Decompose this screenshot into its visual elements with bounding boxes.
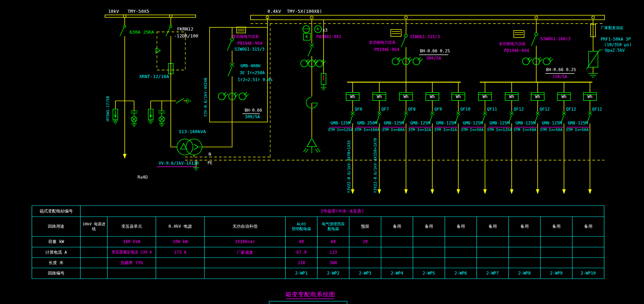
feeder-breaker-model: GM8-125M [514,121,537,125]
feeder-breaker-rating: 3TM In=80A [381,128,405,132]
incoming-meter-model: PD194E-9S4 [237,41,262,46]
lv-bus-model: TMY-5X(100X8) [287,9,322,14]
ground-resistance: R≤4Ω [138,175,148,180]
table-cell: 113 [318,247,349,258]
incoming-switch-model: SIWOG1-315/3 [235,47,265,52]
hv-arrester-model: HY5WS-17/50 [106,96,110,121]
sub2-switch-model: SIWOG1-160/3 [540,37,571,41]
table-cell: 67.9 [286,247,317,258]
hv-load-switch-model: FKRN12 [177,27,193,32]
drawing-title: 箱变变配电系统图 [285,290,335,298]
feeder-breaker-id: QF10 [460,107,470,112]
feeder-breaker-rating: 3TM In=125A [487,128,511,132]
table-cell: 负载率 73% [108,258,155,268]
hv-fuse-model: XRNT-12/16A [139,74,169,79]
table-cell: 备用 [414,217,444,236]
feeder-breaker-model: GM8-250M [356,121,379,125]
wh-meter-label: Wh [373,95,386,99]
spd-supplier-note: 厂家配套供应 [601,26,624,30]
pe-label: PE [208,161,212,165]
table-cell: 2-WP2 [318,268,349,279]
feeder-breaker-model: GM8-125M [540,121,563,125]
sub1-meter-name: 多功能电力仪表 [369,41,396,45]
feeder-breaker-model: GM8-125M [435,121,458,125]
table-cell: 2-WP10 [573,268,603,279]
table-cell: 回路编号 [33,268,80,279]
feeder-breaker-model: GM8-125M [488,121,511,125]
wh-meter-label: Wh [583,95,597,99]
table-cell: 备用 [382,217,412,236]
table-cell: 2X10kvar [205,236,285,247]
feeder-breaker-rating: 3TM In=50A [539,128,563,132]
feeder-breaker-model: GM8-125M [382,121,405,125]
incoming-breaker-trip1: 3E Ir=250A [240,71,265,75]
feeder-breaker-model: GM8-125M [566,121,589,125]
feeder-breaker-id: QF12 [514,107,524,112]
table-cell: 变压器额定电流 230 A [108,247,155,258]
table-cell: 备用 [541,217,572,236]
table-cell: 备用 [573,217,603,236]
contactor-k-label: K [306,35,308,39]
wh-meter-label: Wh [505,95,518,99]
table-cell: 20 [350,236,380,247]
incoming-ct-ratio: 300/5A [245,115,260,119]
table-cell: 电气管理用房 配电箱 [318,217,349,236]
label-overlay: 10kVTMY-50X5630A 25KAFKRN12-12DR/100XRNT… [0,0,644,304]
feeder-breaker-rating: 3TM In=32A [407,128,432,132]
sub1-ct-model: BH-0.66 0.2S [420,49,450,53]
table-cell: 173 A [157,247,204,258]
feeder-breaker-id: QF9 [434,107,442,112]
table-cell: 2-WP6 [445,268,476,279]
feeder-breaker-rating: 3TM In=32A [433,128,458,132]
table-cell: 360 [318,258,349,268]
lv-bus-voltage: 0.4kV [267,9,281,14]
table-cell: 2-WP7 [477,268,508,279]
cosphi-meter-glyph: cosφ [303,28,309,30]
table-cell: 容量 kW [33,236,80,247]
feeder-breaker-rating: 3TM In=160A [354,128,379,132]
feeder-breaker-model: GM8-125M [461,121,484,125]
table-cell: 60 [318,236,349,247]
table-cell: 预留 [350,217,380,236]
neutral-label: N [209,152,211,157]
table-cell: 备用 [509,217,540,236]
incoming-breaker-trip2: Ir2=2.5Ir 0.4s [238,78,273,82]
table-cell: 2-WP1 [286,268,317,279]
feeder-breaker-id: QF7 [381,107,389,112]
table-cell: 2-WP9 [541,268,572,279]
table-cell: 备用 [477,217,508,236]
table-cell: 计算电流 A [33,247,80,258]
table-cell: 无功自动补偿 [205,217,285,236]
feeder-breaker-id: QF12 [566,107,576,112]
feeder-breaker-id: QF11 [487,107,497,112]
table-cell: AL03 照明配电箱 [286,217,317,236]
feeder1-cable-model: YJV22-0.6/1kV-4X70+1X35 [347,140,351,193]
sub1-meter-model: PD194E-9S4 [374,47,399,52]
feeder2-cable-model: YJV22-0.6/1kV-4X150+1X70 [373,138,378,193]
wh-meter-label: Wh [399,95,413,99]
hv-bus-model: TMY-50X5 [127,9,149,14]
table-cell: 2-WP3 [350,268,380,279]
table-cell: 0.4kV 电源 [157,217,204,236]
lv-cable-model: YJV-0.6/1kV-4X240 [204,78,208,117]
sub2-meter-model: PD194E-9S4 [504,49,529,53]
feeder-breaker-id: QF12 [540,107,550,112]
table-cell: 长度 米 [33,258,80,268]
spd-wave: (10/350 μs) [604,43,632,47]
feeder-breaker-id: QF8 [408,107,416,112]
table-cell: 10kV 电源进线 [81,217,107,236]
feeder-breaker-id: QF6 [355,107,362,112]
ammeter-model: PA194I-9X1 [316,35,341,39]
wh-meter-label: Wh [452,95,465,99]
feeder-breaker-rating: 3TM In=125A [328,128,352,132]
feeder-breaker-model: GM8-125M [409,121,432,125]
table-cell: 备用 [445,217,476,236]
table-cell: 160 kVA [108,236,155,247]
feeder-breaker-rating: 3TM In=50A [460,128,484,132]
feeder-breaker-id: QF12 [592,107,602,112]
sub1-switch-model: SIWOG1-315/3 [410,35,440,39]
table-cell: 40 [286,236,317,247]
incoming-ct-model: BH-0.66 [245,108,262,113]
hv-switch-rating: 630A 25KA [130,30,154,35]
wh-meter-label: Wh [531,95,544,99]
